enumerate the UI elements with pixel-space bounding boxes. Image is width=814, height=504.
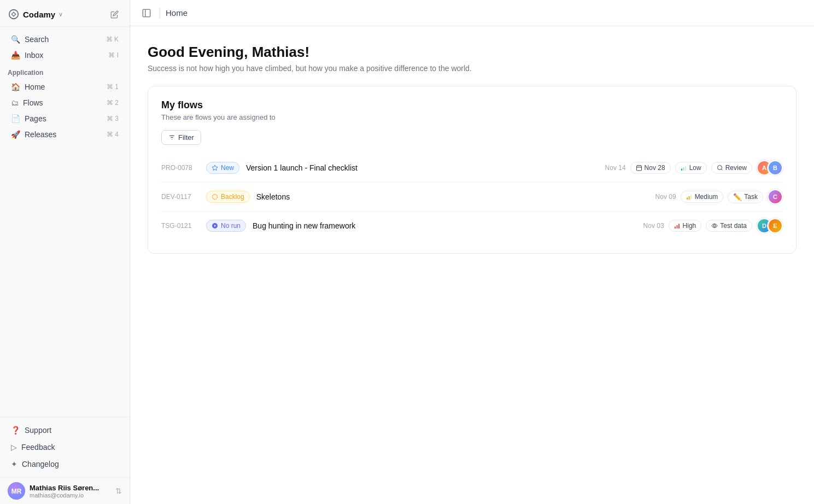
flow-priority-2: Medium (681, 191, 724, 203)
flow-avatars-2: C (768, 189, 783, 204)
svg-point-27 (713, 225, 716, 227)
flow-title-2: Skeletons (256, 192, 649, 201)
sidebar-toggle-button[interactable] (139, 5, 154, 21)
flow-meta-2: Nov 09 Medium ✏️ Task C (655, 189, 783, 204)
flow-status-2: Backlog (206, 191, 250, 203)
home-icon: 🏠 (11, 83, 20, 91)
svg-rect-20 (688, 196, 689, 200)
flow-avatars-3: D E (757, 218, 783, 233)
inbox-icon: 📥 (11, 51, 20, 60)
svg-line-17 (721, 169, 722, 170)
content-area: Good Evening, Mathias! Success is not ho… (130, 26, 814, 504)
topbar-divider (160, 8, 160, 19)
releases-shortcut: ⌘ 4 (107, 131, 119, 138)
nav-search[interactable]: 🔍 Search ⌘ K (3, 32, 126, 47)
avatar-1b: B (768, 160, 783, 175)
search-shortcut: ⌘ K (106, 36, 119, 43)
edit-button[interactable] (107, 7, 122, 22)
flow-priority-1: Low (675, 162, 707, 174)
pages-icon: 📄 (11, 114, 20, 123)
search-label: Search (25, 35, 49, 44)
flow-status-1: New (206, 162, 239, 174)
flows-card: My flows These are flows you are assigne… (148, 86, 797, 254)
flow-title-3: Bug hunting in new framework (253, 221, 637, 230)
user-info: Mathias Riis Søren... mathias@codamy.io (30, 484, 111, 499)
topbar: Home (130, 0, 814, 26)
flow-id-2: DEV-0117 (161, 193, 200, 201)
flow-priority-3: High (669, 220, 702, 232)
filter-button[interactable]: Filter (161, 130, 201, 145)
flows-title: My flows (161, 99, 783, 111)
brand-chevron-icon: ∨ (58, 11, 63, 18)
user-email: mathias@codamy.io (30, 492, 111, 499)
flow-status-3: No run (206, 220, 246, 232)
sidebar-item-feedback[interactable]: ▷ Feedback (3, 439, 126, 455)
home-label: Home (25, 83, 45, 91)
support-label: Support (25, 426, 51, 435)
sidebar: Codamy ∨ 🔍 Search ⌘ K 📥 Inbox ⌘ I Applic… (0, 0, 130, 504)
pages-label: Pages (25, 114, 46, 123)
releases-icon: 🚀 (11, 130, 20, 139)
flow-date-1: Nov 14 (605, 164, 626, 172)
flow-due-1: Nov 28 (630, 162, 671, 174)
svg-rect-9 (636, 166, 641, 171)
flow-row-1[interactable]: PRO-0078 New Version 1 launch - Final ch… (161, 154, 783, 183)
releases-label: Releases (25, 130, 56, 139)
user-profile-row[interactable]: MR Mathias Riis Søren... mathias@codamy.… (0, 477, 130, 504)
sidebar-bottom-nav: ❓ Support ▷ Feedback ✦ Changelog (0, 417, 130, 477)
sidebar-item-flows[interactable]: 🗂 Flows ⌘ 2 (3, 95, 126, 110)
sidebar-item-support[interactable]: ❓ Support (3, 422, 126, 438)
flow-tag-2: ✏️ Task (728, 191, 763, 203)
flow-row-2[interactable]: DEV-0117 Backlog Skeletons Nov 09 Medium… (161, 183, 783, 212)
avatar-3b: E (768, 218, 783, 233)
flow-id-3: TSG-0121 (161, 222, 200, 230)
filter-label: Filter (178, 133, 194, 142)
sidebar-item-home[interactable]: 🏠 Home ⌘ 1 (3, 79, 126, 95)
avatar-2a: C (768, 189, 783, 204)
svg-point-18 (213, 195, 218, 200)
main-content: Home Good Evening, Mathias! Success is n… (130, 0, 814, 504)
inbox-shortcut: ⌘ I (108, 51, 119, 59)
user-name: Mathias Riis Søren... (30, 484, 111, 492)
feedback-icon: ▷ (11, 443, 17, 452)
svg-rect-26 (678, 224, 680, 229)
svg-text:MR: MR (11, 488, 22, 495)
svg-rect-14 (683, 167, 684, 171)
flows-label: Flows (23, 98, 43, 107)
svg-point-16 (717, 166, 722, 170)
flow-row-3[interactable]: TSG-0121 No run Bug hunting in new frame… (161, 212, 783, 240)
sidebar-header: Codamy ∨ (0, 0, 130, 27)
flow-date-2: Nov 09 (655, 193, 676, 201)
sidebar-item-pages[interactable]: 📄 Pages ⌘ 3 (3, 111, 126, 126)
nav-inbox[interactable]: 📥 Inbox ⌘ I (3, 48, 126, 63)
svg-rect-25 (676, 225, 677, 228)
top-nav: 🔍 Search ⌘ K 📥 Inbox ⌘ I Application 🏠 H… (0, 27, 130, 147)
flow-date-3: Nov 03 (643, 222, 664, 230)
support-icon: ❓ (11, 426, 20, 435)
greeting-subtitle: Success is not how high you have climbed… (148, 64, 797, 73)
flow-tag-1: Review (711, 162, 752, 174)
svg-point-0 (9, 10, 19, 19)
brand-button[interactable]: Codamy ∨ (8, 8, 63, 20)
search-icon: 🔍 (11, 35, 20, 44)
svg-rect-13 (681, 169, 682, 171)
flow-tag-3: Test data (706, 220, 752, 232)
svg-rect-19 (687, 198, 688, 200)
flows-shortcut: ⌘ 2 (107, 99, 119, 107)
sidebar-item-changelog[interactable]: ✦ Changelog (3, 456, 126, 472)
flows-subtitle: These are flows you are assigned to (161, 113, 783, 121)
flow-meta-1: Nov 14 Nov 28 Low Review A (605, 160, 783, 175)
inbox-label: Inbox (25, 51, 43, 60)
home-shortcut: ⌘ 1 (107, 83, 119, 91)
feedback-label: Feedback (21, 443, 55, 452)
flow-avatars-1: A B (757, 160, 783, 175)
changelog-icon: ✦ (11, 460, 17, 468)
changelog-label: Changelog (22, 460, 59, 468)
sidebar-item-releases[interactable]: 🚀 Releases ⌘ 4 (3, 127, 126, 142)
pages-shortcut: ⌘ 3 (107, 115, 119, 122)
svg-marker-8 (212, 165, 218, 171)
svg-rect-21 (690, 195, 692, 200)
page-title: Home (166, 8, 188, 17)
avatar: MR (8, 482, 25, 500)
flows-icon: 🗂 (11, 98, 19, 107)
